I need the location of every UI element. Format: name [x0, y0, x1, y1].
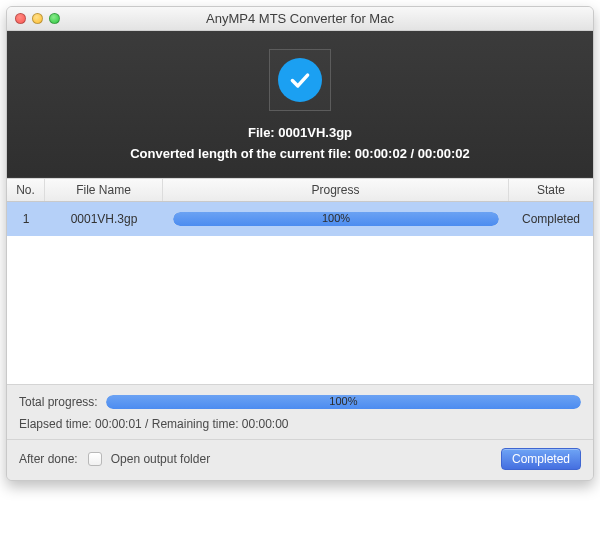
check-circle-icon: [278, 58, 322, 102]
elapsed-value: 00:00:01: [95, 417, 142, 431]
table-body[interactable]: 1 0001VH.3gp 100% Completed: [7, 202, 593, 384]
status-icon-frame: [269, 49, 331, 111]
length-sep: /: [407, 146, 418, 161]
after-done-group: After done: Open output folder: [19, 449, 210, 469]
app-window: AnyMP4 MTS Converter for Mac File: 0001V…: [6, 6, 594, 481]
window-controls: [7, 13, 60, 24]
footer-divider: [7, 439, 593, 440]
row-progress-label: 100%: [173, 212, 499, 224]
remaining-prefix: / Remaining time:: [142, 417, 242, 431]
footer-bottom-row: After done: Open output folder Completed: [19, 448, 581, 470]
row-progress-bar: 100%: [173, 212, 499, 226]
length-total: 00:00:02: [418, 146, 470, 161]
table-row[interactable]: 1 0001VH.3gp 100% Completed: [7, 202, 593, 236]
window-title: AnyMP4 MTS Converter for Mac: [7, 11, 593, 26]
file-prefix: File:: [248, 125, 278, 140]
open-output-folder-label: Open output folder: [111, 452, 210, 466]
after-done-label: After done:: [19, 452, 78, 466]
cell-progress: 100%: [163, 202, 509, 236]
completed-button[interactable]: Completed: [501, 448, 581, 470]
hero-panel: File: 0001VH.3gp Converted length of the…: [7, 31, 593, 178]
cell-filename: 0001VH.3gp: [45, 202, 163, 236]
table-header: No. File Name Progress State: [7, 178, 593, 202]
cell-state: Completed: [509, 202, 593, 236]
col-header-filename[interactable]: File Name: [45, 179, 163, 201]
col-header-state[interactable]: State: [509, 179, 593, 201]
total-progress-row: Total progress: 100%: [19, 395, 581, 409]
titlebar[interactable]: AnyMP4 MTS Converter for Mac: [7, 7, 593, 31]
minimize-icon[interactable]: [32, 13, 43, 24]
hero-file-line: File: 0001VH.3gp: [17, 125, 583, 140]
total-progress-bar: 100%: [106, 395, 581, 409]
total-progress-percent: 100%: [106, 395, 581, 407]
length-current: 00:00:02: [355, 146, 407, 161]
total-progress-label: Total progress:: [19, 395, 98, 409]
time-row: Elapsed time: 00:00:01 / Remaining time:…: [19, 417, 581, 431]
cell-no: 1: [7, 202, 45, 236]
open-output-folder-checkbox[interactable]: [88, 452, 102, 466]
hero-length-line: Converted length of the current file: 00…: [17, 146, 583, 161]
current-file-name: 0001VH.3gp: [278, 125, 352, 140]
remaining-value: 00:00:00: [242, 417, 289, 431]
length-prefix: Converted length of the current file:: [130, 146, 355, 161]
col-header-progress[interactable]: Progress: [163, 179, 509, 201]
footer-panel: Total progress: 100% Elapsed time: 00:00…: [7, 384, 593, 480]
elapsed-prefix: Elapsed time:: [19, 417, 95, 431]
zoom-icon[interactable]: [49, 13, 60, 24]
close-icon[interactable]: [15, 13, 26, 24]
col-header-no[interactable]: No.: [7, 179, 45, 201]
